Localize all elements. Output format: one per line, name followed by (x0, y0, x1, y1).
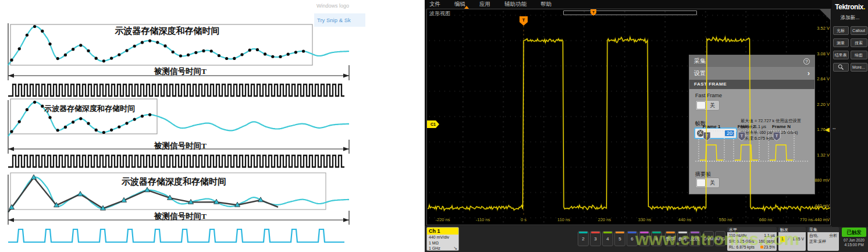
toast-action[interactable]: Try Snip & Sk (314, 13, 365, 27)
frames-diagram: TTT (694, 130, 810, 167)
toggle-knob (696, 101, 706, 109)
panel-title-bar[interactable]: 采集 ? (689, 55, 814, 67)
tektronix-logo: Tektronix. (832, 3, 868, 11)
ch1-scale: 440 mV/div (429, 235, 457, 240)
ch-color-strip (603, 232, 612, 233)
fastframe-section-header: FAST FRAME (689, 80, 814, 89)
summary-frame-toggle[interactable]: 关 (695, 178, 720, 188)
frame2-label: Frame 2 (734, 124, 759, 129)
results-sidebar: Tektronix. 添加新... 光标 Callout 测量 搜索 结果表 绘… (832, 0, 868, 227)
panel-resize-handle[interactable]: •• (833, 127, 836, 130)
windows-toast: Windows logo Try Snip & Sk (312, 1, 365, 37)
cursor-button[interactable]: 光标 (833, 26, 849, 35)
v-label: 880 mV (806, 178, 830, 183)
channel3-button[interactable]: 3 (590, 231, 601, 246)
results-table-button[interactable]: 结果表 (833, 51, 849, 59)
menu-help[interactable]: 帮助 (540, 1, 552, 8)
t-label: -220 ns (431, 217, 454, 222)
channel5-button[interactable]: 5 (614, 231, 625, 246)
toggle-knob (696, 179, 706, 187)
zoom-tool-button[interactable] (833, 63, 849, 72)
v-label: 3.52 V (806, 26, 830, 31)
settings-row[interactable]: 设置 › (689, 67, 814, 80)
ch-color-strip (616, 232, 624, 233)
fastframe-label: Fast Frame (695, 93, 722, 98)
plot-button[interactable]: 绘图 (851, 51, 867, 59)
group2-box-label: 示波器存储深度和存储时间 (16, 104, 163, 114)
channel1-marker[interactable]: C1 (427, 120, 439, 128)
zoom-corner-icon[interactable] (820, 9, 830, 20)
svg-text:T: T (775, 133, 778, 139)
channel1-badge[interactable]: Ch 1 440 mV/div 1 MΩ 1 GHz ↘ (426, 227, 459, 251)
t-label: 550 ns (714, 217, 737, 222)
screenshot-root: 示波器存储深度和存储时间 被测信号时间T 示波器存储深度和存储时间 被测信号时间… (0, 0, 868, 252)
group1-box-label: 示波器存储深度和存储时间 (16, 26, 318, 37)
ch1-bandwidth: 1 GHz (429, 246, 457, 251)
panel-title: 采集 (694, 55, 706, 67)
svg-text:T: T (741, 133, 744, 139)
ch-color-strip (591, 232, 600, 233)
group1-time-label: 被测信号时间T (12, 66, 349, 77)
ch-color-strip (579, 232, 588, 233)
v-label: 440 mV (806, 203, 830, 208)
v-label: 1.32 V (806, 152, 830, 158)
trigger-position-icon[interactable]: T (520, 16, 528, 26)
t-label: 330 ns (633, 217, 656, 222)
record-minimap[interactable] (563, 10, 697, 15)
frameN-label: Frame N (769, 124, 794, 129)
toast-title: Windows logo (312, 1, 365, 9)
menu-applications[interactable]: 应用 (479, 1, 490, 8)
callout-button[interactable]: Callout (851, 26, 867, 35)
info-max: 最大值 = 72.727 k 使用这些设置 (741, 118, 814, 124)
fastframe-toggle[interactable]: 关 (695, 100, 720, 111)
search-button[interactable]: 搜索 (851, 38, 867, 47)
t-label: -110 ns (471, 217, 495, 222)
v-label: 3.08 V (806, 51, 830, 56)
ch1-details: 440 mV/div 1 MΩ 1 GHz ↘ (427, 235, 458, 251)
ch1-impedance: 1 MΩ (429, 240, 457, 246)
memory-depth-diagram: 示波器存储深度和存储时间 被测信号时间T 示波器存储深度和存储时间 被测信号时间… (0, 0, 425, 252)
toggle-state: 关 (706, 179, 719, 187)
group3-time-label: 被测信号时间T (12, 211, 349, 222)
channel2-button[interactable]: 2 (578, 231, 589, 246)
more-button[interactable]: More... (851, 63, 867, 72)
t-label: 220 ns (593, 217, 616, 222)
logo-accent: . (863, 3, 865, 11)
menu-utility[interactable]: 辅助功能 (504, 1, 527, 8)
t-label: 660 ns (754, 217, 777, 222)
oscilloscope-app: 文件 编辑 应用 辅助功能 帮助 波形视图 T T C1 ◀ 采集 ? 设置 (425, 0, 868, 252)
menu-bar: 文件 编辑 应用 辅助功能 帮助 (425, 0, 832, 9)
fastframe-config-panel: 采集 ? 设置 › FAST FRAME Fast Frame 关 帧数 A 2… (689, 55, 815, 194)
v-label: 2.64 V (806, 76, 830, 81)
v-label: 1.76 V (806, 127, 830, 132)
group2-time-label: 被测信号时间T (12, 141, 349, 151)
waveform-view-tab: 波形视图 (429, 10, 450, 17)
ch1-title: Ch 1 (427, 228, 458, 235)
diagram-group1-graphics (6, 5, 362, 98)
help-icon[interactable]: ? (803, 58, 810, 65)
channel4-button[interactable]: 4 (602, 231, 613, 246)
measure-button[interactable]: 测量 (833, 38, 849, 47)
magnifier-icon (838, 64, 844, 70)
settings-label: 设置 (694, 67, 706, 80)
toggle-state: 关 (706, 102, 719, 109)
probe-icon: ↘ (453, 246, 457, 251)
t-label: 770 ns (795, 217, 818, 222)
svg-text:T: T (706, 133, 709, 139)
menu-file[interactable]: 文件 (429, 1, 440, 8)
t-label: 0 s (512, 217, 535, 222)
add-new-label: 添加新... (832, 15, 868, 22)
waveform-display[interactable]: 波形视图 T T C1 ◀ 采集 ? 设置 › FAST FRAME Fast … (426, 9, 831, 225)
watermark: www.cntronics.com (635, 229, 868, 249)
group3-box-label: 示波器存储深度和存储时间 (16, 176, 332, 187)
v-label: 2.20 V (806, 102, 830, 107)
t-label: 110 ns (552, 217, 575, 222)
t-label: 440 ns (673, 217, 696, 222)
frame1-label: Frame 1 (699, 124, 724, 129)
